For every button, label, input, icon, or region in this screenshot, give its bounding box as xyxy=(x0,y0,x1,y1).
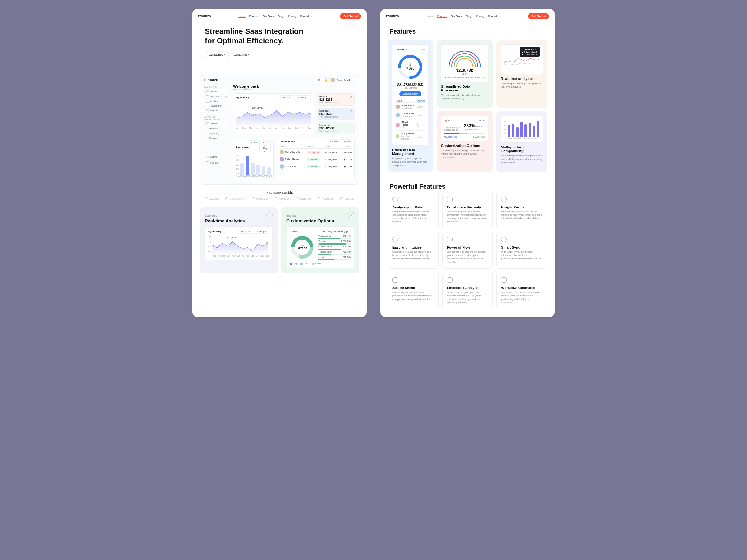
table-row[interactable]: Ralph EdwardsIn progress22 Jan,2023$15,2… xyxy=(280,149,352,156)
dashboard-brand: PROXIVO xyxy=(205,78,218,81)
feature-realtime: 13 May 2023 ● This month 43 ● Last month… xyxy=(496,40,547,108)
get-started-button[interactable]: Get Started xyxy=(340,13,361,19)
bell-icon[interactable]: 🔔 xyxy=(324,77,329,82)
mail-icon[interactable]: ✉ xyxy=(317,77,322,82)
nav-pricing[interactable]: Pricing xyxy=(288,15,296,18)
kpi-balance[interactable]: ↗Balance$25,523680% than last month xyxy=(317,93,355,106)
side-home[interactable]: Home xyxy=(205,89,229,94)
nav-blogs[interactable]: Blogs xyxy=(466,15,472,18)
hero: Streamline Saas Integration for Optimal … xyxy=(192,24,367,65)
pf-card: Insight ReachHarness the power of data-d… xyxy=(496,192,547,229)
svg-text:$1k: $1k xyxy=(208,251,211,252)
side-spending[interactable]: Spending xyxy=(205,131,229,136)
inbox-row[interactable]: Jenny WilsonOperations Manager1 min☆ xyxy=(395,130,425,141)
pf-card: Collaborate SecurelyOur platform provide… xyxy=(442,192,493,229)
hourglass-icon xyxy=(252,197,255,201)
get-started-button[interactable]: Get Started xyxy=(528,13,549,19)
chevron-down-icon: ⌄ xyxy=(225,122,228,125)
svg-text:$202,878.63: $202,878.63 xyxy=(227,237,237,239)
kpi-column: ↗Balance$25,523680% than last month ↗Spe… xyxy=(317,93,355,134)
nav-story[interactable]: Our Story xyxy=(263,15,274,18)
transaction-icon xyxy=(206,105,209,107)
activity-icon xyxy=(206,122,209,125)
svg-text:$2k: $2k xyxy=(208,246,211,248)
nav-blogs[interactable]: Blogs xyxy=(278,15,284,18)
pf-card: Workflow AutomationStreamline your proce… xyxy=(496,272,547,309)
svg-text:$3k: $3k xyxy=(208,240,211,242)
income-select[interactable]: Income ⌄ xyxy=(238,229,253,234)
details-link[interactable]: Details xyxy=(478,119,485,122)
module-customization: → Innovate Customization Options Device … xyxy=(281,207,359,273)
monthly-select[interactable]: Monthly ⌄ xyxy=(296,95,311,100)
hero-contact-link[interactable]: Contact us › xyxy=(234,53,249,56)
hourglass-icon xyxy=(317,197,320,201)
user-name[interactable]: Rober Smith xyxy=(337,79,351,81)
side-activity[interactable]: Activity⌄ xyxy=(205,121,229,126)
target-icon xyxy=(501,196,507,202)
pf-card: Analyze your DataOur platform provides y… xyxy=(388,192,439,229)
inbox-row[interactable]: Jerome BellNew Product1 min☆ xyxy=(395,102,425,111)
side-setting[interactable]: Setting xyxy=(205,155,229,159)
kpi-spending[interactable]: ↗Spending$52,453640% than last month xyxy=(317,108,355,120)
star-icon: ☆ xyxy=(423,114,425,117)
chevron-down-icon[interactable]: ⌄ xyxy=(352,79,355,81)
pf-card: Power of FlowOur streamlined platform em… xyxy=(442,232,493,269)
capsule-icon xyxy=(340,197,343,201)
company-spotlight: ● Company Spotlight xyxy=(192,185,367,197)
side-balance[interactable]: Balance xyxy=(205,126,229,131)
spherule-icon xyxy=(296,197,299,201)
nav-pricing[interactable]: Pricing xyxy=(476,15,484,18)
transactions-card: Transactions Newest Oldest NameStatusDat… xyxy=(277,137,355,180)
arrow-icon: ↗ xyxy=(350,96,352,98)
hero-headline: Streamline Saas Integration for Optimal … xyxy=(205,27,354,46)
oldest-tab[interactable]: Oldest xyxy=(340,139,352,144)
side-transaction[interactable]: Transaction xyxy=(205,104,229,108)
inbox-row[interactable]: Devon LaneCo-Founder1 min☆ xyxy=(395,111,425,119)
earnings-donut: $ 75% xyxy=(396,53,424,81)
flow-icon xyxy=(447,237,453,242)
more-icon[interactable]: ••• xyxy=(422,48,425,51)
kpi-investment[interactable]: ↗Investment$36,1256898% than last month xyxy=(317,122,355,134)
logout-icon xyxy=(206,161,209,164)
nav-home[interactable]: Home xyxy=(238,15,246,18)
avatar[interactable] xyxy=(331,78,335,82)
pie-icon xyxy=(392,196,398,202)
lightbox-icon xyxy=(275,197,278,201)
inbox-row[interactable]: Albert FloresCEO1 min☆ xyxy=(395,119,425,130)
nav-features[interactable]: Feaures xyxy=(249,15,259,18)
monthly-select[interactable]: Monthly ⌄ xyxy=(254,229,269,234)
filter-select[interactable]: Last 30 Days ⌄ xyxy=(261,140,271,153)
dashboard-preview: PROXIVO ✉ 🔔 Rober Smith ⌄ MAIN MENU Home… xyxy=(200,74,359,185)
feature-multiplatform: $4k$3k$2k$1k JANFEBMARAPRMRJUNJULAUG Mul… xyxy=(496,111,547,172)
income-select[interactable]: Income ⌄ xyxy=(280,95,295,100)
arrow-icon[interactable]: → xyxy=(348,212,354,218)
nav-features[interactable]: Feaures xyxy=(437,15,447,18)
side-payment[interactable]: Payment xyxy=(205,108,229,113)
side-logout[interactable]: Log out xyxy=(205,161,229,165)
withdraw-button[interactable]: Withdraw now xyxy=(399,91,421,97)
brand-logo: PROXIVO xyxy=(198,15,211,18)
nav-story[interactable]: Our Story xyxy=(451,15,462,18)
logo-item: Lightbox xyxy=(275,197,289,201)
newest-tab[interactable]: Newest xyxy=(328,139,340,144)
table-row[interactable]: Esther HowardCompleted22 Jan,2023$45,125 xyxy=(280,156,352,163)
arrow-icon: ↗ xyxy=(350,124,352,127)
logo-item: Capsule xyxy=(340,197,354,201)
arrow-icon[interactable]: → xyxy=(266,212,273,218)
star-icon: ☆ xyxy=(423,135,425,137)
feature-customization: 🔥 ROIDetails Tested activity: 2 directio… xyxy=(437,111,493,172)
view-all-link[interactable]: View All xyxy=(416,100,425,102)
svg-text:75%: 75% xyxy=(407,66,415,71)
feature-streamlined: $219.78k Users ● New● Previously● Active… xyxy=(437,40,493,108)
nav-contact[interactable]: Contact us xyxy=(488,15,501,18)
side-message[interactable]: Message19 xyxy=(205,94,229,99)
delta-pill: +2.6% xyxy=(249,140,260,153)
gear-icon xyxy=(206,156,209,158)
side-refund[interactable]: Refund xyxy=(205,136,229,140)
side-analytics[interactable]: Analytics xyxy=(205,99,229,104)
nav-home[interactable]: Home xyxy=(427,15,434,18)
table-row[interactable]: Robert FoxCompleted22 Jan,2023$12,326 xyxy=(280,163,352,170)
hero-get-started-button[interactable]: Get Started › xyxy=(205,51,229,58)
nav-contact[interactable]: Contact us xyxy=(300,15,313,18)
logo-item: Hourglass xyxy=(252,197,268,201)
